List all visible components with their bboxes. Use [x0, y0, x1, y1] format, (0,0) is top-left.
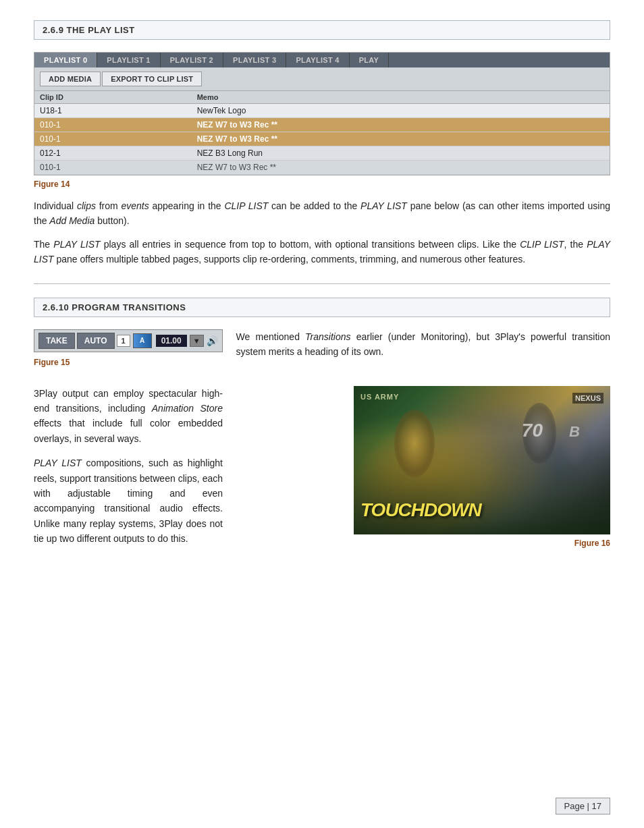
playlist-ui: PLAYLIST 0 PLAYLIST 1 PLAYLIST 2 PLAYLIS… [34, 52, 610, 175]
football-image: US ARMY NEXUS 70 B TOUCHDOWN [354, 386, 610, 534]
left-para1: 3Play output can employ spectacular high… [34, 386, 223, 447]
para2: The PLAY LIST plays all entries in seque… [34, 237, 610, 267]
cell-clip-id: 010-1 [34, 161, 192, 175]
export-to-clip-list-button[interactable]: EXPORT TO CLIP LIST [102, 72, 202, 86]
cell-clip-id: U18-1 [34, 104, 192, 118]
playlist-tab-1[interactable]: PLAYLIST 1 [97, 53, 160, 67]
transition-time[interactable]: 01.00 [156, 335, 187, 347]
transition-dropdown[interactable]: ▼ [190, 335, 204, 347]
figure16-label: Figure 16 [574, 539, 610, 548]
cell-memo: NewTek Logo [192, 104, 610, 118]
content-right: US ARMY NEXUS 70 B TOUCHDOWN Figure 16 [236, 386, 610, 548]
transitions-right-text: We mentioned Transitions earlier (under … [236, 329, 610, 360]
playlist-tab-4[interactable]: PLAYLIST 4 [286, 53, 349, 67]
playlist-tab-0[interactable]: PLAYLIST 0 [34, 53, 97, 67]
playlist-tab-5[interactable]: PLAY [350, 53, 390, 67]
left-para2: PLAY LIST compositions, such as highligh… [34, 456, 223, 546]
jersey-number: 70 [522, 420, 543, 441]
audio-icon: 🔊 [207, 335, 218, 346]
touchdown-text: TOUCHDOWN [360, 499, 481, 521]
playlist-tab-2[interactable]: PLAYLIST 2 [161, 53, 223, 67]
content-left: 3Play output can employ spectacular high… [34, 386, 223, 548]
cell-memo: NEZ W7 to W3 Rec ** [192, 118, 610, 132]
page-footer: Page | 17 [556, 798, 610, 815]
col-memo: Memo [192, 91, 610, 104]
playlist-tabs: PLAYLIST 0 PLAYLIST 1 PLAYLIST 2 PLAYLIS… [34, 53, 610, 67]
cell-clip-id: 010-1 [34, 132, 192, 146]
transitions-left: TAKE AUTO 1 A 01.00 ▼ 🔊 Figure 15 [34, 329, 223, 377]
section-divider [34, 283, 610, 284]
playlist-tab-3[interactable]: PLAYLIST 3 [223, 53, 286, 67]
para1: Individual clips from events appearing i… [34, 198, 610, 229]
page-number: Page | 17 [564, 801, 601, 811]
jersey-number-2: B [569, 423, 580, 441]
transitions-container: TAKE AUTO 1 A 01.00 ▼ 🔊 Figure 15 We men… [34, 329, 610, 377]
auto-button[interactable]: AUTO [77, 333, 115, 349]
section-header-269: 2.6.9 THE PLAY LIST [34, 20, 610, 40]
transition-num: 1 [117, 335, 130, 347]
playlist-toolbar: ADD MEDIA EXPORT TO CLIP LIST [34, 67, 610, 91]
cell-clip-id: 012-1 [34, 146, 192, 161]
table-row[interactable]: 010-1NEZ W7 to W3 Rec ** [34, 132, 610, 146]
add-media-button[interactable]: ADD MEDIA [40, 72, 101, 86]
cell-clip-id: 010-1 [34, 118, 192, 132]
section-header-2610: 2.6.10 PROGRAM TRANSITIONS [34, 298, 610, 317]
table-row[interactable]: U18-1NewTek Logo [34, 104, 610, 118]
transition-indicator: A [133, 333, 152, 348]
take-button[interactable]: TAKE [38, 333, 75, 349]
playlist-table-header: Clip ID Memo [34, 91, 610, 104]
table-row[interactable]: 012-1NEZ B3 Long Run [34, 146, 610, 161]
cell-memo: NEZ W7 to W3 Rec ** [192, 132, 610, 146]
playlist-table: Clip ID Memo U18-1NewTek Logo010-1NEZ W7… [34, 91, 610, 175]
figure15-label: Figure 15 [34, 358, 223, 367]
col-clip-id: Clip ID [34, 91, 192, 104]
figure14-label: Figure 14 [34, 180, 610, 189]
table-row[interactable]: 010-1NEZ W7 to W3 Rec ** [34, 161, 610, 175]
table-row[interactable]: 010-1NEZ W7 to W3 Rec ** [34, 118, 610, 132]
cell-memo: NEZ W7 to W3 Rec ** [192, 161, 610, 175]
cell-memo: NEZ B3 Long Run [192, 146, 610, 161]
section-title-2610: 2.6.10 PROGRAM TRANSITIONS [43, 302, 186, 312]
section-title-269: 2.6.9 THE PLAY LIST [43, 25, 135, 35]
content-with-image: 3Play output can employ spectacular high… [34, 386, 610, 548]
transitions-widget: TAKE AUTO 1 A 01.00 ▼ 🔊 [34, 329, 223, 352]
